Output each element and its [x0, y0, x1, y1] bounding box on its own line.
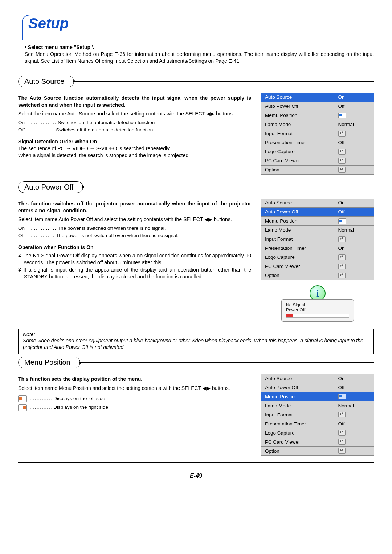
osd-row: Memu Position — [261, 216, 374, 225]
osd-row: Auto Power OffOff — [261, 207, 374, 216]
enter-icon — [338, 448, 346, 454]
heading-oval: Auto Source — [18, 76, 74, 87]
countdown-bar — [286, 314, 349, 318]
heading-text: Auto Power Off — [24, 183, 73, 191]
osd-value: Off — [338, 421, 345, 427]
osd-row: Presentation TimerOff — [261, 419, 374, 428]
osd-row: Lamp ModeNormal — [261, 401, 374, 410]
osd-label: PC Card Viewer — [261, 437, 335, 447]
osd-label: Auto Power Off — [261, 207, 335, 216]
osd-row: Auto Power OffOff — [261, 383, 374, 392]
note-heading: Note: — [23, 331, 369, 338]
osd-label: Logo Capture — [261, 253, 335, 262]
osd-value: Off — [338, 385, 345, 390]
info-line-1: No Signal — [286, 302, 349, 307]
osd-label: Auto Source — [261, 374, 335, 383]
enter-icon — [338, 158, 346, 164]
enter-icon — [338, 254, 346, 260]
osd-row: Auto Power OffOff — [261, 102, 374, 111]
on-row: On............... The power is switched … — [18, 225, 251, 232]
position-icon — [338, 218, 346, 224]
osd-row: PC Card Viewer — [261, 437, 374, 447]
osd-table-auto-power-off: Auto SourceOnAuto Power OffOffMemu Posit… — [261, 198, 374, 280]
osd-row: Option — [261, 271, 374, 280]
osd-label: Input Format — [261, 410, 335, 419]
heading-text: Auto Source — [24, 77, 64, 85]
osd-label: Lamp Mode — [261, 401, 335, 410]
position-icon — [338, 394, 346, 399]
osd-value: On — [338, 376, 345, 381]
off-row: Off.............. The power is not switc… — [18, 232, 251, 239]
osd-label: Logo Capture — [261, 147, 335, 156]
osd-row: Auto SourceOn — [261, 198, 374, 207]
intro-block: • Select menu name "Setup". See Menu Ope… — [25, 44, 374, 65]
osd-label: Presentation Timer — [261, 419, 335, 428]
note-body: Some video decks and other equipment out… — [23, 338, 369, 350]
osd-label: Lamp Mode — [261, 225, 335, 235]
osd-label: Presentation Timer — [261, 138, 335, 147]
osd-row: Lamp ModeNormal — [261, 225, 374, 235]
osd-label: Memu Position — [261, 111, 335, 120]
osd-label: Input Format — [261, 129, 335, 138]
osd-label: Auto Power Off — [261, 383, 335, 392]
osd-row: Input Format — [261, 410, 374, 419]
apo-instruction: Select item name Auto Power Off and sele… — [18, 216, 251, 223]
osd-label: Option — [261, 165, 335, 174]
osd-label: Option — [261, 447, 335, 456]
signal-order-heading: Signal Detection Order When On — [18, 138, 251, 145]
page-title: Setup — [28, 15, 69, 32]
osd-label: Input Format — [261, 235, 335, 244]
osd-row: Memu Position — [261, 392, 374, 401]
on-row: On............... Switches on the automa… — [18, 119, 251, 126]
osd-label: Auto Source — [261, 198, 335, 207]
apo-desc: This function switches off the projector… — [18, 200, 251, 214]
signal-order-p2: When a signal is detected, the search is… — [18, 152, 251, 159]
osd-value: Off — [338, 209, 345, 215]
enter-icon — [338, 236, 346, 242]
enter-icon — [338, 439, 346, 445]
osd-value: Off — [338, 140, 345, 145]
section-heading-menu-position: Menu Position — [18, 357, 374, 368]
osd-label: Option — [261, 271, 335, 280]
heading-text: Menu Position — [24, 358, 70, 366]
osd-value: Off — [338, 103, 345, 109]
auto-source-desc: The Auto Source function automatically d… — [18, 95, 251, 109]
osd-row: Memu Position — [261, 111, 374, 120]
info-bubble: i No Signal Power Off — [281, 285, 354, 322]
signal-order-p1: The sequence of PC → VIDEO → S-VIDEO is … — [18, 145, 251, 152]
osd-row: Lamp ModeNormal — [261, 120, 374, 129]
intro-body: See Menu Operation Method on Page E-36 f… — [25, 51, 374, 65]
heading-oval: Menu Position — [18, 357, 80, 368]
osd-label: Logo Capture — [261, 428, 335, 437]
osd-value: On — [338, 200, 345, 205]
position-icon — [338, 113, 346, 118]
enter-icon — [338, 131, 346, 137]
osd-row: Input Format — [261, 235, 374, 244]
osd-label: Memu Position — [261, 392, 335, 401]
osd-value: Normal — [338, 227, 354, 233]
osd-row: Option — [261, 165, 374, 174]
mp-instruction: Select item name Menu Position and selec… — [18, 385, 251, 392]
operation-item-1: The No Signal Power Off display appears … — [18, 252, 251, 266]
off-row: Off.............. Switches off the autom… — [18, 127, 251, 133]
operation-item-2: If a signal is input during the appearan… — [18, 266, 251, 280]
right-row: ............. Displays on the right side — [18, 404, 251, 411]
osd-table-auto-source: Auto SourceOnAuto Power OffOffMemu Posit… — [261, 93, 374, 175]
osd-row: Logo Capture — [261, 428, 374, 437]
section-heading-auto-power-off: Auto Power Off — [18, 181, 374, 193]
enter-icon — [338, 264, 346, 269]
osd-value: On — [338, 245, 345, 251]
osd-row: Presentation TimerOn — [261, 244, 374, 253]
enter-icon — [338, 149, 346, 155]
osd-label: Memu Position — [261, 216, 335, 225]
osd-row: Logo Capture — [261, 147, 374, 156]
osd-label: Auto Source — [261, 93, 335, 102]
osd-row: Input Format — [261, 129, 374, 138]
osd-row: Auto SourceOn — [261, 93, 374, 102]
divider — [18, 462, 374, 463]
osd-row: Auto SourceOn — [261, 374, 374, 383]
enter-icon — [338, 167, 346, 173]
osd-label: Presentation Timer — [261, 244, 335, 253]
intro-lead: • Select menu name "Setup". — [25, 44, 374, 51]
osd-label: PC Card Viewer — [261, 156, 335, 165]
